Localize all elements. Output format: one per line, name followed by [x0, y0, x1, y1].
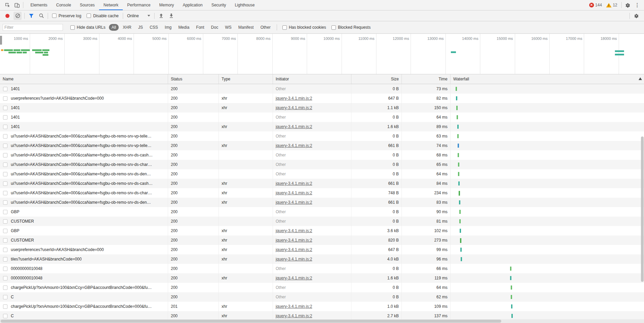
clear-network-log-button[interactable] — [14, 12, 22, 20]
initiator-link[interactable]: jquery-3.4.1.min.js:2 — [276, 181, 312, 186]
filter-pill-all[interactable]: All — [109, 24, 119, 31]
request-row[interactable]: CUSTOMER200Other0 B81 ms — [0, 217, 644, 226]
tab-elements[interactable]: Elements — [26, 0, 52, 10]
record-network-log-button[interactable] — [5, 14, 9, 18]
request-row[interactable]: ui?userId=AKASH&branchCode=000&ccaName=f… — [0, 141, 644, 150]
name-cell[interactable]: chargePickUp?txnAmount=100&txnCcy=GBP&ac… — [0, 283, 168, 292]
column-header-type[interactable]: Type — [219, 74, 273, 84]
request-row[interactable]: CUSTOMER200xhrjquery-3.4.1.min.js:2820 B… — [0, 235, 644, 245]
warning-count[interactable]: 12 — [613, 3, 617, 7]
request-row[interactable]: 1401200Other0 B73 ms — [0, 84, 644, 94]
request-row[interactable]: 00000000010048200xhrjquery-3.4.1.min.js:… — [0, 273, 644, 283]
column-header-size[interactable]: Size — [351, 74, 402, 84]
name-cell[interactable]: 00000000010048 — [0, 264, 168, 273]
tab-lighthouse[interactable]: Lighthouse — [230, 0, 259, 10]
tab-security[interactable]: Security — [207, 0, 230, 10]
checkbox-icon[interactable] — [331, 25, 336, 30]
column-header-name[interactable]: Name — [0, 74, 168, 84]
filter-pill-img[interactable]: Img — [162, 24, 174, 31]
checkbox-icon[interactable] — [70, 25, 75, 30]
tab-performance[interactable]: Performance — [123, 0, 155, 10]
column-header-status[interactable]: Status — [168, 74, 219, 84]
request-row[interactable]: 1401200xhrjquery-3.4.1.min.js:21.6 kB89 … — [0, 122, 644, 131]
initiator-link[interactable]: jquery-3.4.1.min.js:2 — [276, 105, 312, 110]
request-row[interactable]: ui?userId=AKASH&branchCode=000&ccaName=f… — [0, 150, 644, 160]
name-cell[interactable]: 1401 — [0, 103, 168, 113]
request-row[interactable]: GBP200Other0 B90 ms — [0, 207, 644, 217]
request-row[interactable]: ui?userId=AKASH&branchCode=000&ccaName=f… — [0, 188, 644, 198]
filter-toggle-icon[interactable] — [27, 12, 35, 20]
initiator-link[interactable]: jquery-3.4.1.min.js:2 — [276, 191, 312, 195]
name-cell[interactable]: tiles?userId=AKASH&branchCode=000 — [0, 254, 168, 264]
initiator-link[interactable]: jquery-3.4.1.min.js:2 — [276, 124, 312, 129]
filter-pill-css[interactable]: CSS — [147, 24, 161, 31]
initiator-link[interactable]: jquery-3.4.1.min.js:2 — [276, 228, 312, 233]
horizontal-scrollbar-thumb[interactable] — [1, 320, 501, 323]
filter-pill-manifest[interactable]: Manifest — [236, 24, 256, 31]
request-row[interactable]: ui?userId=AKASH&branchCode=000&ccaName=f… — [0, 169, 644, 179]
filter-pill-js[interactable]: JS — [135, 24, 145, 31]
filter-pill-doc[interactable]: Doc — [208, 24, 221, 31]
request-row[interactable]: ui?userId=AKASH&branchCode=000&ccaName=f… — [0, 160, 644, 169]
request-row[interactable]: 00000000010048200Other0 B66 ms — [0, 264, 644, 273]
horizontal-scrollbar[interactable] — [0, 319, 644, 323]
name-cell[interactable]: 1401 — [0, 122, 168, 131]
request-row[interactable]: tiles?userId=AKASH&branchCode=000200xhrj… — [0, 254, 644, 264]
name-cell[interactable]: C — [0, 292, 168, 302]
initiator-link[interactable]: jquery-3.4.1.min.js:2 — [276, 143, 312, 148]
name-cell[interactable]: ui?userId=AKASH&branchCode=000&ccaName=f… — [0, 150, 168, 160]
network-overview-timeline[interactable]: 1000 ms2000 ms3000 ms4000 ms5000 ms6000 … — [0, 34, 644, 74]
request-row[interactable]: ui?userId=AKASH&branchCode=000&ccaName=f… — [0, 179, 644, 188]
name-cell[interactable]: GBP — [0, 226, 168, 235]
filter-pill-xhr[interactable]: XHR — [120, 24, 134, 31]
name-cell[interactable]: CUSTOMER — [0, 217, 168, 226]
column-header-initiator[interactable]: Initiator — [273, 74, 351, 84]
name-cell[interactable]: userpreferences?userId=AKASH&branchCode=… — [0, 94, 168, 103]
checkbox-icon[interactable] — [282, 25, 287, 30]
export-har-icon[interactable] — [167, 12, 175, 20]
checkbox-icon[interactable] — [52, 14, 56, 18]
column-header-waterfall[interactable]: Waterfall — [451, 74, 644, 84]
filter-pill-other[interactable]: Other — [258, 24, 273, 31]
request-row[interactable]: C200Other0 B62 ms — [0, 292, 644, 302]
checkbox-icon[interactable] — [87, 14, 91, 18]
tab-console[interactable]: Console — [52, 0, 75, 10]
initiator-link[interactable]: jquery-3.4.1.min.js:2 — [276, 314, 312, 318]
request-row[interactable]: GBP200xhrjquery-3.4.1.min.js:23.6 kB102 … — [0, 226, 644, 235]
request-row[interactable]: chargePickUp?txnAmount=100&txnCcy=GBP&ac… — [0, 302, 644, 311]
name-cell[interactable]: ui?userId=AKASH&branchCode=000&ccaName=f… — [0, 141, 168, 150]
initiator-link[interactable]: jquery-3.4.1.min.js:2 — [276, 238, 312, 243]
error-badge-icon[interactable]: ✕ — [589, 3, 594, 7]
request-row[interactable]: userpreferences?userId=AKASH&branchCode=… — [0, 245, 644, 254]
throttling-dropdown[interactable]: Online — [127, 14, 151, 18]
initiator-link[interactable]: jquery-3.4.1.min.js:2 — [276, 276, 312, 280]
tab-sources[interactable]: Sources — [75, 0, 99, 10]
tab-memory[interactable]: Memory — [155, 0, 178, 10]
name-cell[interactable]: ui?userId=AKASH&branchCode=000&ccaName=f… — [0, 198, 168, 207]
request-row[interactable]: 1401200xhrjquery-3.4.1.min.js:21.1 kB150… — [0, 103, 644, 113]
search-icon[interactable] — [38, 12, 45, 20]
initiator-link[interactable]: jquery-3.4.1.min.js:2 — [276, 257, 312, 262]
tab-network[interactable]: Network — [99, 0, 123, 10]
preserve-log-checkbox[interactable]: Preserve log — [52, 14, 81, 18]
sort-ascending-icon[interactable] — [639, 77, 642, 80]
name-cell[interactable]: CUSTOMER — [0, 235, 168, 245]
filter-pill-font[interactable]: Font — [193, 24, 207, 31]
warning-badge-icon[interactable] — [606, 3, 612, 7]
name-cell[interactable]: ui?userId=AKASH&branchCode=000&ccaName=f… — [0, 179, 168, 188]
hide-data-urls-checkbox[interactable]: Hide data URLs — [70, 25, 106, 30]
filter-input[interactable] — [3, 24, 63, 31]
import-har-icon[interactable] — [157, 12, 165, 20]
filter-pill-media[interactable]: Media — [176, 24, 192, 31]
blocked-requests-checkbox[interactable]: Blocked Requests — [331, 25, 371, 30]
name-cell[interactable]: 00000000010048 — [0, 273, 168, 283]
more-options-icon[interactable]: ⋮ — [634, 2, 640, 8]
name-cell[interactable]: ui?userId=AKASH&branchCode=000&ccaName=f… — [0, 131, 168, 141]
inspect-element-icon[interactable] — [4, 2, 10, 8]
initiator-link[interactable]: jquery-3.4.1.min.js:2 — [276, 96, 312, 101]
request-row[interactable]: ui?userId=AKASH&branchCode=000&ccaName=f… — [0, 131, 644, 141]
has-blocked-cookies-checkbox[interactable]: Has blocked cookies — [282, 25, 326, 30]
device-toolbar-icon[interactable] — [14, 2, 20, 8]
name-cell[interactable]: GBP — [0, 207, 168, 217]
request-row[interactable]: userpreferences?userId=AKASH&branchCode=… — [0, 94, 644, 103]
